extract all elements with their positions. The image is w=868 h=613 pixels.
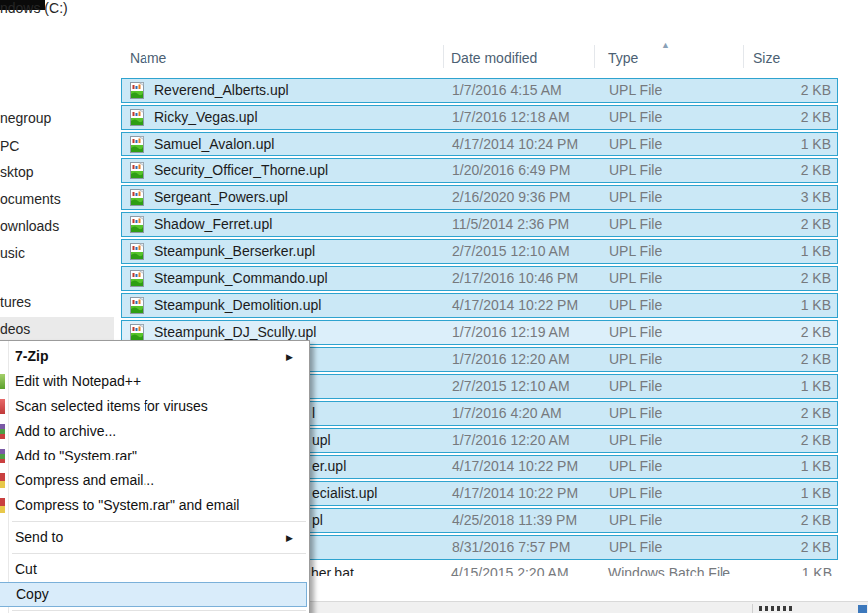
column-divider[interactable] (594, 45, 595, 68)
file-name: Shadow_Ferret.upl (154, 216, 272, 232)
file-size: 2 KB (801, 162, 831, 178)
file-row[interactable]: Shadow_Ferret.upl11/5/2014 2:36 PMUPL Fi… (121, 212, 838, 237)
winrar-email-icon (0, 473, 5, 488)
file-date: 4/15/2015 2:20 AM (451, 565, 569, 576)
menu-item-label: Edit with Notepad++ (15, 373, 141, 389)
file-row[interactable]: Sergeant_Powers.upl2/16/2020 9:36 PMUPL … (121, 185, 838, 210)
file-row[interactable]: Steampunk_Demolition.upl4/17/2014 10:22 … (121, 293, 838, 318)
file-name: pl (312, 512, 323, 528)
file-name: her.bat (311, 565, 354, 576)
sidebar-item-deos[interactable]: deos (0, 321, 30, 337)
file-size: 2 KB (801, 405, 831, 421)
file-type-icon (129, 82, 146, 100)
file-date: 1/7/2016 12:20 AM (452, 432, 570, 448)
menu-item-edit-with-notepad[interactable]: Edit with Notepad++ (0, 369, 309, 394)
file-type: UPL File (609, 459, 662, 474)
file-date: 1/7/2016 4:15 AM (452, 82, 562, 98)
sidebar-item-tures[interactable]: tures (0, 294, 31, 310)
sidebar-item-pc[interactable]: PC (0, 138, 19, 153)
menu-item-label: Send to (15, 529, 63, 545)
file-row[interactable]: Reverend_Alberts.upl1/7/2016 4:15 AMUPL … (121, 78, 838, 103)
column-divider[interactable] (743, 45, 744, 68)
menu-item-compress-to-system-rar-and-email[interactable]: Compress to "System.rar" and email (0, 493, 309, 518)
file-type: UPL File (609, 432, 662, 448)
file-size: 2 KB (801, 109, 831, 125)
file-type: UPL File (609, 378, 662, 394)
file-row[interactable]: Steampunk_Commando.upl2/17/2016 10:46 PM… (121, 266, 838, 291)
menu-item-label: Add to "System.rar" (15, 448, 137, 463)
file-type: UPL File (609, 270, 662, 286)
sidebar-item-ndows-c[interactable]: ndows (C:) (0, 0, 68, 16)
menu-item-label: Copy (16, 586, 49, 602)
file-size: 2 KB (801, 270, 831, 286)
sort-ascending-icon: ▲ (661, 40, 670, 50)
menu-item-cut[interactable]: Cut (0, 557, 309, 582)
column-header-date-modified[interactable]: Date modified (451, 50, 537, 66)
file-name: ecialist.upl (312, 485, 377, 501)
column-divider[interactable] (443, 45, 444, 68)
file-name: Samuel_Avalon.upl (154, 136, 274, 152)
sidebar-item-sktop[interactable]: sktop (0, 164, 33, 180)
file-date: 11/5/2014 2:36 PM (452, 216, 569, 232)
file-size: 1 KB (801, 297, 831, 313)
column-header-type[interactable]: Type (608, 50, 638, 66)
sidebar-item-ocuments[interactable]: ocuments (0, 191, 61, 207)
file-date: 4/17/2014 10:22 PM (452, 459, 578, 474)
file-size: 2 KB (801, 216, 831, 232)
file-name: upl (312, 432, 331, 448)
file-name: er.upl (312, 459, 346, 474)
menu-item-send-to[interactable]: Send to▶ (0, 525, 309, 550)
status-bar-divider (752, 604, 753, 613)
file-row[interactable]: Samuel_Avalon.upl4/17/2014 10:24 PMUPL F… (121, 132, 838, 156)
file-type-icon (129, 189, 146, 207)
file-row[interactable]: Ricky_Vegas.upl1/7/2016 12:18 AMUPL File… (121, 105, 838, 130)
file-name: Reverend_Alberts.upl (154, 82, 289, 98)
submenu-arrow-icon: ▶ (286, 526, 293, 551)
winrar-archive-icon (0, 424, 5, 439)
sidebar-item-negroup[interactable]: negroup (0, 110, 51, 126)
file-type: UPL File (609, 297, 662, 313)
menu-item-copy[interactable]: Copy (0, 582, 307, 607)
file-row[interactable]: Security_Officer_Thorne.upl1/20/2016 6:4… (121, 158, 838, 183)
menu-item-label: Compress to "System.rar" and email (15, 497, 239, 513)
winrar-archive-icon (0, 449, 5, 463)
menu-item-label: Cut (15, 561, 37, 577)
file-type: Windows Batch File (608, 565, 730, 576)
file-size: 2 KB (801, 351, 831, 367)
notepad-icon (0, 374, 5, 389)
file-type-icon (129, 216, 146, 234)
file-size: 2 KB (801, 512, 831, 528)
file-name: Security_Officer_Thorne.upl (154, 162, 328, 178)
file-name: Ricky_Vegas.upl (154, 109, 258, 125)
file-type-icon (129, 109, 146, 127)
file-type: UPL File (609, 485, 662, 501)
file-row[interactable]: Steampunk_Berserker.upl2/7/2015 12:10 AM… (121, 239, 838, 264)
file-size: 2 KB (801, 82, 831, 98)
file-date: 4/17/2014 10:24 PM (452, 136, 578, 152)
file-type-icon (129, 270, 146, 288)
menu-item-compress-and-email[interactable]: Compress and email... (0, 468, 309, 493)
file-type: UPL File (609, 351, 662, 367)
menu-separator (12, 553, 306, 554)
menu-item-scan-selected-items-for-viruses[interactable]: Scan selected items for viruses (0, 394, 309, 419)
sidebar-item-usic[interactable]: usic (0, 245, 25, 261)
menu-item-7-zip[interactable]: 7-Zip▶ (0, 344, 309, 369)
file-date: 1/7/2016 12:20 AM (452, 351, 570, 367)
file-type: UPL File (609, 324, 662, 340)
sidebar-item-ownloads[interactable]: ownloads (0, 218, 59, 234)
file-name: l (312, 405, 315, 421)
view-toggle-icon[interactable] (858, 605, 867, 613)
file-type-icon (129, 297, 146, 315)
file-type: UPL File (609, 512, 662, 528)
menu-item-add-to-system-rar[interactable]: Add to "System.rar" (0, 444, 309, 468)
column-header-name[interactable]: Name (130, 50, 166, 66)
status-text-fragment (759, 606, 795, 611)
file-size: 2 KB (801, 324, 831, 340)
file-date: 2/7/2015 12:10 AM (452, 243, 570, 259)
file-type-icon (129, 162, 146, 180)
menu-item-add-to-archive[interactable]: Add to archive... (0, 419, 309, 444)
file-date: 4/17/2014 10:22 PM (452, 485, 578, 501)
column-header-size[interactable]: Size (753, 50, 780, 66)
file-size: 1 KB (801, 459, 831, 474)
file-date: 2/17/2016 10:46 PM (452, 270, 578, 286)
